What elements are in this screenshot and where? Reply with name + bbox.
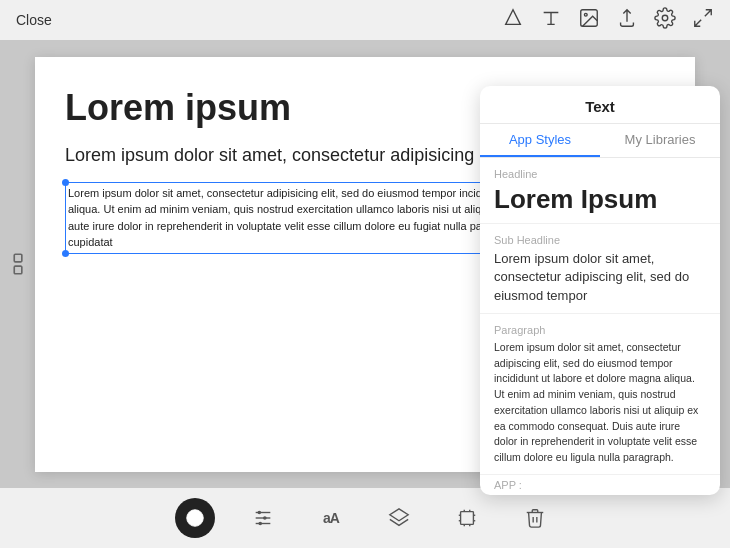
svg-rect-3 xyxy=(14,254,22,262)
layers-button[interactable] xyxy=(379,498,419,538)
sliders-button[interactable] xyxy=(243,498,283,538)
bottom-toolbar: aA xyxy=(0,488,730,548)
svg-point-9 xyxy=(258,511,262,515)
app-label: APP : xyxy=(480,475,720,495)
panel-tabs: App Styles My Libraries xyxy=(480,124,720,158)
frame-button[interactable] xyxy=(447,498,487,538)
canvas-area: Lorem ipsum Lorem ipsum dolor sit amet, … xyxy=(0,40,730,488)
svg-point-1 xyxy=(584,13,587,16)
delete-button[interactable] xyxy=(515,498,555,538)
panel-headline-section: Headline Lorem Ipsum xyxy=(480,158,720,224)
tab-app-styles[interactable]: App Styles xyxy=(480,124,600,157)
panel-paragraph-section: Paragraph Lorem ipsum dolor sit amet, co… xyxy=(480,314,720,475)
text-size-label: aA xyxy=(323,510,339,526)
panel-title: Text xyxy=(480,86,720,124)
shape-icon[interactable] xyxy=(502,7,524,33)
close-button[interactable]: Close xyxy=(16,12,52,28)
panel-headline-value[interactable]: Lorem Ipsum xyxy=(494,184,706,215)
svg-point-5 xyxy=(187,510,204,527)
right-panel: Text App Styles My Libraries Headline Lo… xyxy=(480,86,720,495)
svg-point-10 xyxy=(263,516,267,520)
svg-point-11 xyxy=(258,522,262,526)
panel-subheadline-value[interactable]: Lorem ipsum dolor sit amet, consectetur … xyxy=(494,250,706,305)
top-bar-icons xyxy=(502,7,714,33)
handle-tl xyxy=(62,179,69,186)
panel-paragraph-value[interactable]: Lorem ipsum dolor sit amet, consectetur … xyxy=(494,340,706,466)
svg-rect-4 xyxy=(14,266,22,274)
panel-headline-label: Headline xyxy=(494,168,706,180)
tab-my-libraries[interactable]: My Libraries xyxy=(600,124,720,157)
handle-bl xyxy=(62,250,69,257)
image-icon[interactable] xyxy=(578,7,600,33)
text-icon[interactable] xyxy=(540,7,562,33)
top-bar: Close xyxy=(0,0,730,40)
expand-icon[interactable] xyxy=(692,7,714,33)
svg-point-2 xyxy=(662,15,668,21)
panel-paragraph-label: Paragraph xyxy=(494,324,706,336)
panel-subheadline-section: Sub Headline Lorem ipsum dolor sit amet,… xyxy=(480,224,720,314)
svg-marker-12 xyxy=(390,509,408,521)
settings-icon[interactable] xyxy=(654,7,676,33)
text-size-button[interactable]: aA xyxy=(311,498,351,538)
share-icon[interactable] xyxy=(616,7,638,33)
panel-subheadline-label: Sub Headline xyxy=(494,234,706,246)
circle-button[interactable] xyxy=(175,498,215,538)
svg-rect-13 xyxy=(461,512,474,525)
